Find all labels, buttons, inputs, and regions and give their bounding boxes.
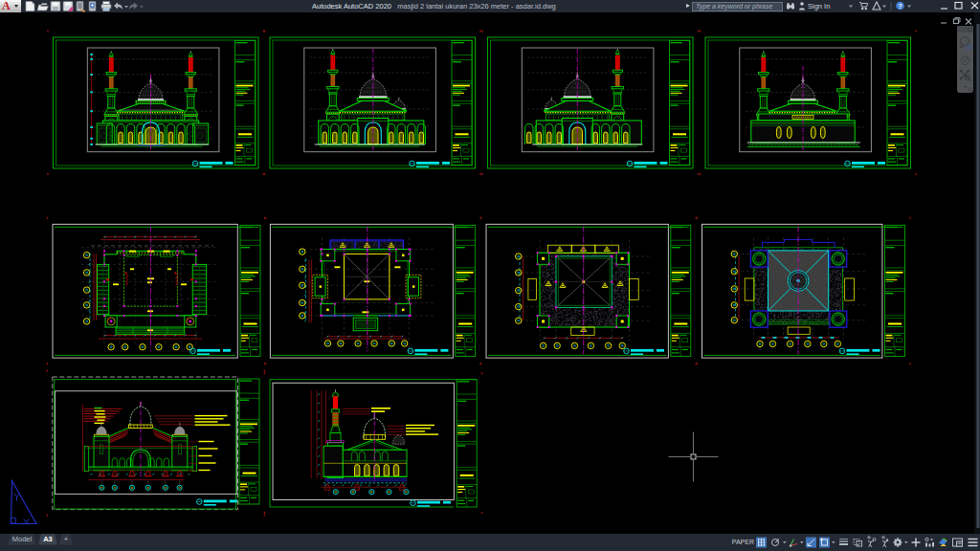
svg-text:Sign In: Sign In xyxy=(808,2,830,11)
svg-text:?: ? xyxy=(899,3,902,10)
svg-text:2D: 2D xyxy=(966,44,973,50)
